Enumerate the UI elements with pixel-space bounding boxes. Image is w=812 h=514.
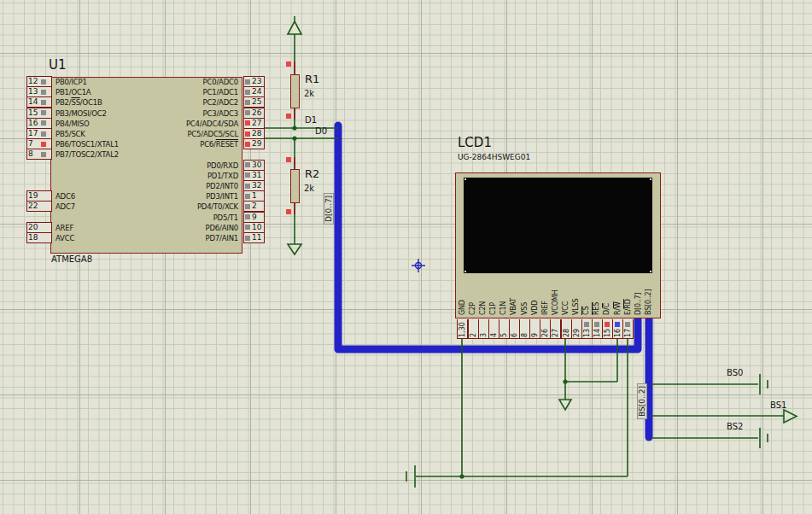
pin-number-cell[interactable]: 19 bbox=[26, 190, 52, 202]
net-label-bs1[interactable]: BS1 bbox=[770, 400, 786, 410]
pin-number: 8 bbox=[28, 149, 33, 159]
pin-number: 29 bbox=[573, 329, 581, 337]
pin-state-square bbox=[286, 61, 291, 67]
r2-ref[interactable]: R2 bbox=[305, 167, 319, 180]
lcd1-part-number[interactable]: UG-2864HSWEG01 bbox=[458, 153, 530, 161]
pin-number: 17 bbox=[624, 329, 632, 337]
pin-number: 18 bbox=[28, 233, 38, 242]
pin-number-cell[interactable]: 25 bbox=[243, 96, 265, 108]
pin-number: 25 bbox=[252, 97, 261, 107]
pin-label: PD6/AIN0 bbox=[120, 223, 238, 233]
pin-state-square bbox=[245, 110, 250, 115]
pin-number-cell[interactable]: 28 bbox=[243, 128, 265, 139]
r1-ref[interactable]: R1 bbox=[305, 73, 319, 85]
r2-body[interactable] bbox=[290, 169, 300, 203]
pin-number-cell[interactable]: 2 bbox=[243, 201, 265, 212]
pin-state-square bbox=[286, 114, 291, 119]
pin-label: PB2/SS/OC1B bbox=[55, 97, 102, 108]
pin-number-cell[interactable]: 26 bbox=[243, 108, 265, 119]
pin-number-cell[interactable]: 15 bbox=[26, 108, 52, 119]
pin-number: 6 bbox=[511, 333, 518, 337]
pin-number: 9 bbox=[531, 333, 539, 337]
ground-rail-icon[interactable] bbox=[406, 374, 768, 488]
net-label-d0[interactable]: D0 bbox=[315, 126, 327, 136]
schematic-canvas[interactable]: U1 ATMEGA8 12 13 14 15 16 17 7 bbox=[0, 0, 812, 514]
pin-label: PC0/ADC0 bbox=[120, 77, 238, 87]
pin-number-cell[interactable]: 7 bbox=[26, 138, 52, 149]
pin-label: VSS bbox=[521, 302, 529, 315]
pin-number: 31 bbox=[252, 171, 261, 180]
net-label-bs0[interactable]: BS0 bbox=[727, 368, 743, 377]
pin-number: 24 bbox=[252, 87, 261, 96]
pin-label: PB4/MISO bbox=[55, 119, 90, 129]
pin-label: PB0/ICP1 bbox=[55, 77, 87, 87]
screen-corner-dot bbox=[464, 271, 466, 272]
pin-number-cell[interactable]: 30 bbox=[243, 160, 265, 171]
pin-number-cell[interactable]: 27 bbox=[243, 118, 265, 129]
pin-number-cell[interactable]: 16 bbox=[26, 118, 52, 129]
pin-label: IREF bbox=[541, 301, 549, 315]
pin-number: 16 bbox=[28, 119, 38, 128]
u1-value[interactable]: ATMEGA8 bbox=[51, 254, 92, 264]
pin-number-cell[interactable]: 1 bbox=[243, 190, 265, 202]
pin-label: PD4/T0/XCK bbox=[120, 202, 238, 212]
pin-number-cell[interactable]: 32 bbox=[243, 180, 265, 191]
pin-number-cell[interactable]: 17 bbox=[26, 128, 52, 139]
pin-label: VCOMH bbox=[552, 290, 559, 315]
pin-label: BS[0..2] bbox=[645, 289, 652, 315]
pin-number-cell[interactable]: 24 bbox=[243, 86, 265, 97]
pin-number: 15 bbox=[28, 108, 38, 118]
r1-body[interactable] bbox=[290, 74, 300, 108]
power-terminal-icon[interactable] bbox=[288, 16, 301, 34]
pin-state-square bbox=[245, 204, 250, 209]
pin-label: R/W bbox=[614, 301, 622, 315]
pin-state-square bbox=[41, 152, 46, 157]
pin-label: PC2/ADC2 bbox=[120, 97, 238, 108]
pin-state-square bbox=[245, 90, 250, 95]
net-label-bs2[interactable]: BS2 bbox=[727, 422, 743, 431]
pin-number-cell[interactable]: 18 bbox=[26, 232, 52, 243]
pin-number-cell[interactable]: 9 bbox=[243, 212, 265, 223]
pin-state-square bbox=[245, 162, 250, 167]
pin-state-square bbox=[594, 322, 599, 327]
r2-value[interactable]: 2k bbox=[304, 184, 314, 193]
pin-label: VDD bbox=[531, 301, 539, 315]
pin-number-cell[interactable]: 10 bbox=[243, 222, 265, 233]
pin-number-cell[interactable]: 31 bbox=[243, 170, 265, 181]
pin-label: C1P bbox=[489, 302, 497, 315]
screen-corner-dot bbox=[464, 178, 466, 180]
pin-number: 26 bbox=[541, 329, 549, 337]
pin-number-cell[interactable]: 23 bbox=[243, 76, 265, 87]
pin-number-cell[interactable]: 12 bbox=[26, 76, 52, 87]
pin-number: 27 bbox=[552, 329, 559, 337]
pin-state-square bbox=[245, 194, 250, 199]
pin-state-square bbox=[625, 322, 630, 327]
pin-number-cell[interactable]: 20 bbox=[26, 222, 52, 233]
pin-number-cell[interactable]: 14 bbox=[26, 96, 52, 108]
pin-number: 9 bbox=[252, 213, 257, 222]
pin-state-square bbox=[286, 209, 291, 214]
power-arrow-icon[interactable] bbox=[784, 410, 797, 423]
pin-label: PB7/TOSC2/XTAL2 bbox=[55, 149, 119, 160]
pin-number: 32 bbox=[252, 181, 261, 190]
pin-state-square bbox=[245, 142, 250, 147]
pin-number-cell[interactable]: 13 bbox=[26, 86, 52, 97]
screen-corner-dot bbox=[650, 271, 651, 272]
pin-label: PD2/INT0 bbox=[120, 181, 238, 191]
net-label-bs-bus[interactable]: BS[0..2] bbox=[637, 383, 647, 419]
pin-label: VBAT bbox=[510, 298, 517, 315]
u1-ref[interactable]: U1 bbox=[49, 57, 67, 73]
pin-state-square bbox=[245, 214, 250, 219]
pin-state-square bbox=[245, 100, 250, 105]
pin-number-cell[interactable]: 8 bbox=[26, 149, 52, 160]
lcd1-ref[interactable]: LCD1 bbox=[458, 135, 492, 150]
net-label-d-bus[interactable]: D[0..7] bbox=[324, 193, 334, 225]
pin-number-cell[interactable]: 29 bbox=[243, 138, 265, 149]
pin-state-square bbox=[41, 79, 46, 85]
pin-number-cell[interactable]: 22 bbox=[26, 201, 52, 212]
pin-label: VLSS bbox=[572, 299, 580, 315]
pin-number: 27 bbox=[252, 119, 261, 128]
net-label-d1[interactable]: D1 bbox=[305, 115, 317, 125]
pin-number-cell[interactable]: 11 bbox=[243, 232, 265, 243]
r1-value[interactable]: 2k bbox=[304, 89, 314, 98]
